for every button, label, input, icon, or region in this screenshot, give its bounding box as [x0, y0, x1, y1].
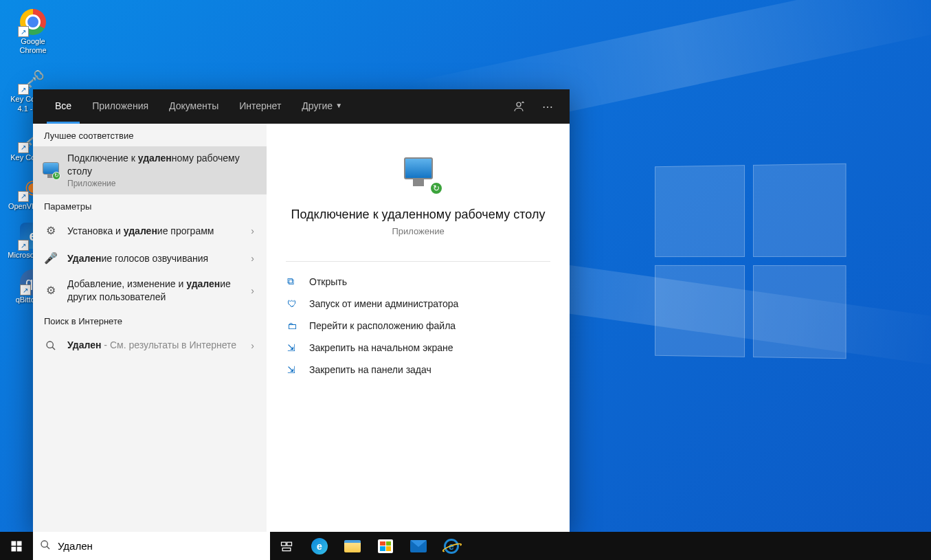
- result-text: Установка и удаление программ: [67, 225, 240, 238]
- action-pin-taskbar[interactable]: ⇲ Закрепить на панели задач: [267, 359, 570, 381]
- start-search-panel: Все Приложения Документы Интернет Другие…: [33, 89, 570, 532]
- svg-rect-5: [12, 546, 16, 551]
- pin-icon: ⇲: [287, 342, 300, 353]
- tab-apps[interactable]: Приложения: [84, 89, 157, 124]
- tab-label: Другие: [302, 100, 333, 111]
- task-view-icon: [280, 539, 293, 553]
- result-settings-item[interactable]: ⚙ Установка и удаление программ ›: [33, 217, 267, 245]
- action-label: Закрепить на начальном экране: [309, 342, 453, 353]
- shield-icon: 🛡: [287, 298, 300, 309]
- action-label: Закрепить на панели задач: [309, 364, 431, 375]
- taskbar: e e: [0, 532, 931, 560]
- search-preview-pane: ↻ Подключение к удаленному рабочему стол…: [267, 124, 570, 532]
- svg-line-8: [47, 546, 49, 549]
- result-subtitle: Приложение: [67, 178, 257, 189]
- search-tabs-bar: Все Приложения Документы Интернет Другие…: [33, 89, 570, 124]
- svg-rect-10: [287, 542, 292, 546]
- action-pin-start[interactable]: ⇲ Закрепить на начальном экране: [267, 337, 570, 359]
- tab-label: Приложения: [92, 100, 148, 111]
- tab-documents[interactable]: Документы: [161, 89, 227, 124]
- section-best-match: Лучшее соответствие: [33, 124, 267, 146]
- tab-all[interactable]: Все: [47, 89, 80, 124]
- open-icon: ⧉: [287, 276, 300, 287]
- task-view-button[interactable]: [270, 532, 303, 560]
- start-button[interactable]: [0, 532, 33, 560]
- taskbar-ie[interactable]: e: [435, 532, 468, 560]
- svg-rect-9: [282, 542, 287, 546]
- tab-internet[interactable]: Интернет: [231, 89, 289, 124]
- rdp-icon: ↻: [43, 162, 59, 179]
- chevron-right-icon[interactable]: ›: [248, 225, 257, 236]
- search-results-list: Лучшее соответствие ↻ Подключение к удал…: [33, 124, 267, 532]
- result-text: Добавление, изменение и удаление других …: [67, 278, 240, 304]
- svg-line-2: [52, 347, 55, 350]
- desktop-icon-label: Google Chrome: [7, 37, 59, 55]
- windows-icon: [10, 540, 23, 552]
- tab-more[interactable]: Другие▼: [293, 89, 350, 124]
- svg-rect-4: [17, 541, 22, 546]
- svg-point-7: [41, 541, 47, 547]
- folder-icon: 🗀: [287, 320, 300, 331]
- desktop[interactable]: Google Chrome 🗝️ Key Collector 4.1 - Tes…: [0, 0, 931, 560]
- ie-icon: e: [444, 539, 459, 554]
- preview-app-title: Подключение к удаленному рабочему столу: [291, 208, 546, 222]
- section-web: Поиск в Интернете: [33, 309, 267, 332]
- chevron-right-icon[interactable]: ›: [248, 340, 257, 351]
- result-text: Удаление голосов озвучивания: [67, 252, 240, 265]
- taskbar-explorer[interactable]: [336, 532, 369, 560]
- taskbar-search-box[interactable]: [33, 532, 270, 560]
- taskbar-edge[interactable]: e: [303, 532, 336, 560]
- result-best-match[interactable]: ↻ Подключение к удаленному рабочему стол…: [33, 146, 267, 194]
- rdp-icon: ↻: [396, 150, 440, 194]
- result-text: Удален - См. результаты в Интернете: [67, 339, 240, 352]
- tab-label: Все: [55, 100, 71, 111]
- mic-icon: 🎤: [43, 250, 59, 267]
- chrome-icon: [18, 7, 48, 37]
- action-run-admin[interactable]: 🛡 Запуск от имени администратора: [267, 293, 570, 315]
- result-settings-item[interactable]: 🎤 Удаление голосов озвучивания ›: [33, 245, 267, 272]
- chevron-down-icon: ▼: [335, 102, 342, 109]
- folder-icon: [344, 540, 361, 552]
- result-web-item[interactable]: Удален - См. результаты в Интернете ›: [33, 332, 267, 359]
- mail-icon: [410, 540, 427, 552]
- wallpaper-windows-logo: [655, 164, 846, 359]
- action-label: Перейти к расположению файла: [309, 320, 456, 331]
- feedback-icon[interactable]: [506, 94, 531, 119]
- svg-rect-6: [17, 546, 22, 551]
- chevron-right-icon[interactable]: ›: [248, 285, 257, 296]
- tab-label: Документы: [169, 100, 218, 111]
- divider: [286, 261, 550, 262]
- store-icon: [378, 539, 393, 553]
- preview-app-subtitle: Приложение: [392, 226, 444, 236]
- taskbar-store[interactable]: [369, 532, 402, 560]
- svg-point-1: [47, 341, 53, 348]
- pin-icon: ⇲: [287, 364, 300, 375]
- gear-icon: ⚙: [43, 282, 59, 299]
- chevron-right-icon[interactable]: ›: [248, 253, 257, 264]
- section-settings: Параметры: [33, 194, 267, 217]
- svg-point-0: [517, 102, 521, 107]
- search-icon: [40, 539, 51, 553]
- svg-rect-11: [282, 548, 291, 550]
- action-label: Открыть: [309, 276, 347, 287]
- search-icon: [43, 337, 59, 354]
- search-input[interactable]: [58, 540, 263, 552]
- gear-icon: ⚙: [43, 223, 59, 239]
- action-label: Запуск от имени администратора: [309, 298, 458, 309]
- result-text: Подключение к удаленному рабочему столу …: [67, 152, 257, 189]
- action-file-location[interactable]: 🗀 Перейти к расположению файла: [267, 315, 570, 337]
- taskbar-mail[interactable]: [402, 532, 435, 560]
- result-settings-item[interactable]: ⚙ Добавление, изменение и удаление други…: [33, 272, 267, 309]
- desktop-icon-chrome[interactable]: Google Chrome: [5, 7, 60, 55]
- tab-label: Интернет: [239, 100, 281, 111]
- edge-icon: e: [311, 538, 328, 555]
- action-open[interactable]: ⧉ Открыть: [267, 270, 570, 293]
- more-options-icon[interactable]: ⋯: [535, 94, 560, 119]
- svg-rect-3: [12, 541, 16, 546]
